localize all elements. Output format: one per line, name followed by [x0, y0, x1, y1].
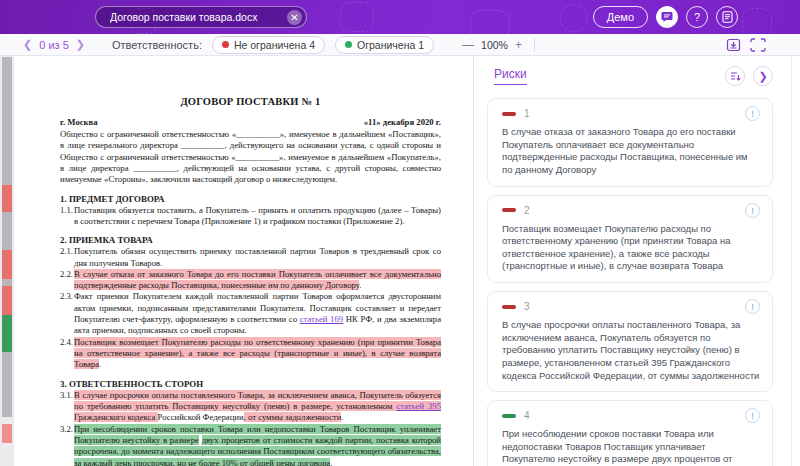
clause-text: от — [260, 435, 274, 445]
clause-paragraph: 3.1.В случае просрочки оплаты поставленн… — [60, 390, 441, 424]
filter-pill-label: Не ограничена 4 — [234, 39, 315, 51]
risk-text: В случае отказа от заказного Товара до е… — [502, 126, 760, 177]
document-search-pill[interactable]: Договор поставки товара.docx ✕ — [95, 6, 307, 28]
zoom-in-icon[interactable]: + — [515, 38, 522, 52]
zoom-out-icon[interactable]: — — [462, 38, 474, 52]
risk-location-marker[interactable] — [2, 250, 12, 279]
filter-pill[interactable]: Ограничена 1 — [335, 36, 434, 54]
clause-text: . — [330, 458, 332, 466]
filter-pill-label: Ограничена 1 — [357, 39, 424, 51]
clause-paragraph: 2.4.Поставщик возмещает Покупателю расхо… — [60, 337, 441, 371]
topbar: Договор поставки товара.docx ✕ Демо ? — [0, 0, 800, 34]
clause-paragraph: 2.2.В случае отказа от заказного Товара … — [60, 269, 441, 292]
risk-alert-icon[interactable]: ! — [745, 203, 760, 218]
risk-location-marker[interactable] — [2, 286, 12, 315]
risk-location-marker[interactable] — [2, 315, 12, 352]
sort-export-icon[interactable] — [725, 66, 745, 86]
chat-icon[interactable] — [656, 6, 678, 28]
clause-text: Гражданского кодекса — [74, 412, 158, 422]
main-area: ДОГОВОР ПОСТАВКИ № 1 г. Москва «11» дека… — [0, 56, 800, 466]
risk-alert-icon[interactable]: ! — [745, 106, 760, 121]
clause-number: 2.4. — [60, 337, 73, 348]
document-scrollbar[interactable] — [2, 56, 12, 466]
statute-link[interactable]: статьей 395 — [396, 401, 441, 411]
risk-location-marker[interactable] — [2, 185, 12, 212]
risk-number: 3 — [524, 301, 530, 312]
tab-risks[interactable]: Риски — [494, 67, 527, 85]
section-heading: 2. ПРИЕМКА ТОВАРА — [60, 235, 441, 245]
sidebar-header: Риски ❯ — [494, 66, 773, 86]
clause-text: В случае просрочки оплаты поставленного … — [74, 390, 441, 411]
decorative-shape — [560, 4, 588, 32]
clause-text: Поставщик возмещает Покупателю расходы п… — [74, 337, 441, 370]
zoom-level: 100% — [481, 39, 508, 51]
risks-sidebar: Риски ❯ 1!В случае отказа от заказного Т… — [473, 56, 800, 466]
collapse-sidebar-icon[interactable]: ❯ — [753, 66, 773, 86]
help-icon[interactable]: ? — [686, 6, 708, 28]
document-city: г. Москва — [60, 117, 98, 127]
clause-number: 2.3. — [60, 291, 73, 302]
scrollbar-thumb[interactable] — [2, 57, 12, 417]
decorative-shape — [742, 8, 772, 38]
filter-dot-icon — [222, 41, 229, 48]
clause-text: . — [99, 359, 101, 369]
risk-severity-icon — [502, 112, 516, 116]
risk-number: 4 — [524, 410, 530, 421]
section-heading: 1. ПРЕДМЕТ ДОГОВОРА — [60, 194, 441, 204]
risk-severity-icon — [502, 414, 516, 418]
risk-text: В случае просрочки оплаты поставленного … — [502, 319, 760, 382]
risk-card[interactable]: 1!В случае отказа от заказного Товара до… — [487, 98, 773, 187]
filter-pills: Не ограничена 4Ограничена 1 — [212, 36, 434, 54]
filter-dot-icon — [345, 41, 352, 48]
risk-text: При несоблюдении сроков поставки Товара … — [502, 428, 760, 466]
section-heading: 3. ОТВЕТСТВЕННОСТЬ СТОРОН — [60, 379, 441, 389]
sidebar-header-icons: ❯ — [725, 66, 773, 86]
risk-text: Поставщик возмещает Покупателю расходы п… — [502, 223, 760, 274]
clause-number: 2.2. — [60, 269, 73, 280]
risk-card-header: 3! — [502, 299, 760, 314]
risk-card[interactable]: 4!При несоблюдении сроков поставки Товар… — [487, 400, 773, 466]
clause-text: Российской Федерации — [158, 412, 244, 422]
doc-sections: 1. ПРЕДМЕТ ДОГОВОРА1.1.Поставщик обязует… — [60, 194, 441, 466]
risk-location-marker[interactable] — [2, 424, 12, 443]
risk-severity-icon — [502, 305, 516, 309]
risk-card[interactable]: 3!В случае просрочки оплаты поставленног… — [487, 291, 773, 392]
clause-text: двух процентов — [202, 435, 260, 445]
risk-nav-count: 0 из 5 — [39, 39, 69, 51]
prev-risk-button[interactable]: ❮ — [18, 38, 37, 51]
clause-number: 2.1. — [60, 246, 73, 257]
download-icon[interactable] — [726, 38, 741, 52]
decorative-shape — [340, 2, 374, 32]
risk-alert-icon[interactable]: ! — [745, 408, 760, 423]
document-filename: Договор поставки товара.docx — [110, 11, 287, 23]
clause-paragraph: 2.1.Покупатель обязан осуществить приемк… — [60, 246, 441, 269]
clause-text: В случае отказа от заказного Товара до е… — [74, 269, 441, 290]
document-title: ДОГОВОР ПОСТАВКИ № 1 — [60, 96, 441, 107]
risk-alert-icon[interactable]: ! — [745, 299, 760, 314]
risk-card[interactable]: 2!Поставщик возмещает Покупателю расходы… — [487, 195, 773, 284]
document-date: «11» декабря 2020 г. — [364, 117, 441, 127]
risk-number: 1 — [524, 108, 530, 119]
clear-file-icon[interactable]: ✕ — [287, 10, 302, 25]
demo-button[interactable]: Демо — [593, 6, 648, 28]
docs-icon[interactable] — [716, 6, 738, 28]
next-risk-button[interactable]: ❯ — [71, 38, 90, 51]
clause-text: , от суммы задолженности — [244, 412, 342, 422]
decorative-shape — [470, 10, 510, 40]
toolbar-divider — [534, 38, 535, 52]
clause-text: Поставщик обязуется поставить, а Покупат… — [74, 205, 441, 226]
topbar-actions: Демо ? — [593, 6, 738, 28]
clause-text: . — [341, 412, 343, 422]
risk-card-header: 4! — [502, 408, 760, 423]
risk-number: 2 — [524, 205, 530, 216]
fullscreen-frame-icon[interactable] — [750, 38, 766, 52]
toolbar-right-icons — [726, 38, 766, 52]
filter-pill[interactable]: Не ограничена 4 — [212, 36, 325, 54]
filter-label: Ответственность: — [112, 39, 202, 51]
clause-text: . — [359, 280, 361, 290]
clause-number: 1.1. — [60, 205, 73, 216]
risk-card-header: 2! — [502, 203, 760, 218]
statute-link[interactable]: статьей 169 — [300, 314, 343, 324]
document-meta: г. Москва «11» декабря 2020 г. — [60, 117, 441, 127]
clause-paragraph: 2.3.Факт приемки Покупателем каждой пост… — [60, 291, 441, 336]
